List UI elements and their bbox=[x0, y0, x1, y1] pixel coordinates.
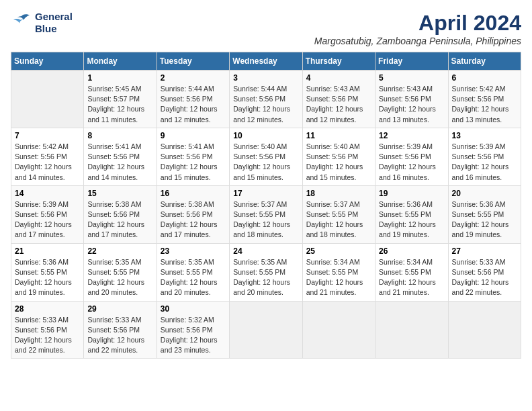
day-info: Sunrise: 5:43 AM Sunset: 5:56 PM Dayligh… bbox=[306, 84, 371, 125]
day-number: 25 bbox=[306, 246, 371, 256]
day-number: 1 bbox=[87, 73, 152, 83]
day-number: 15 bbox=[87, 189, 152, 198]
day-number: 12 bbox=[379, 131, 444, 140]
day-number: 3 bbox=[233, 73, 298, 83]
day-info: Sunrise: 5:35 AM Sunset: 5:55 PM Dayligh… bbox=[233, 257, 298, 298]
calendar-cell: 17Sunrise: 5:37 AM Sunset: 5:55 PM Dayli… bbox=[230, 185, 302, 243]
day-header-sunday: Sunday bbox=[11, 52, 84, 71]
calendar-cell: 15Sunrise: 5:38 AM Sunset: 5:56 PM Dayli… bbox=[84, 185, 157, 243]
day-number: 9 bbox=[161, 131, 226, 140]
calendar-cell: 7Sunrise: 5:42 AM Sunset: 5:56 PM Daylig… bbox=[11, 128, 84, 185]
day-header-saturday: Saturday bbox=[448, 52, 521, 71]
calendar-cell: 2Sunrise: 5:44 AM Sunset: 5:56 PM Daylig… bbox=[157, 71, 229, 128]
day-info: Sunrise: 5:42 AM Sunset: 5:56 PM Dayligh… bbox=[15, 142, 80, 183]
day-info: Sunrise: 5:40 AM Sunset: 5:56 PM Dayligh… bbox=[233, 142, 298, 183]
day-number: 4 bbox=[306, 73, 371, 83]
calendar-cell: 29Sunrise: 5:33 AM Sunset: 5:56 PM Dayli… bbox=[84, 301, 157, 359]
week-row-5: 28Sunrise: 5:33 AM Sunset: 5:56 PM Dayli… bbox=[11, 301, 521, 359]
calendar-cell: 19Sunrise: 5:36 AM Sunset: 5:55 PM Dayli… bbox=[375, 185, 448, 243]
page-subtitle: Margosatubig, Zamboanga Peninsula, Phili… bbox=[314, 36, 521, 46]
calendar-cell: 10Sunrise: 5:40 AM Sunset: 5:56 PM Dayli… bbox=[230, 128, 302, 185]
day-info: Sunrise: 5:38 AM Sunset: 5:56 PM Dayligh… bbox=[161, 199, 226, 240]
day-info: Sunrise: 5:34 AM Sunset: 5:55 PM Dayligh… bbox=[306, 257, 371, 298]
day-header-wednesday: Wednesday bbox=[230, 52, 302, 71]
day-number: 10 bbox=[233, 131, 298, 140]
day-info: Sunrise: 5:35 AM Sunset: 5:55 PM Dayligh… bbox=[161, 257, 226, 298]
day-number: 24 bbox=[233, 246, 298, 256]
day-number: 7 bbox=[15, 131, 80, 140]
calendar-cell: 1Sunrise: 5:45 AM Sunset: 5:57 PM Daylig… bbox=[84, 71, 157, 128]
logo-icon bbox=[11, 13, 32, 32]
day-number: 30 bbox=[161, 304, 226, 314]
calendar-cell: 28Sunrise: 5:33 AM Sunset: 5:56 PM Dayli… bbox=[11, 301, 84, 359]
day-info: Sunrise: 5:40 AM Sunset: 5:56 PM Dayligh… bbox=[306, 142, 371, 183]
day-number: 18 bbox=[306, 189, 371, 198]
week-row-2: 7Sunrise: 5:42 AM Sunset: 5:56 PM Daylig… bbox=[11, 128, 521, 185]
day-number: 16 bbox=[161, 189, 226, 198]
calendar-cell: 11Sunrise: 5:40 AM Sunset: 5:56 PM Dayli… bbox=[302, 128, 375, 185]
day-number: 14 bbox=[15, 189, 80, 198]
title-block: April 2024 Margosatubig, Zamboanga Penin… bbox=[314, 11, 521, 46]
calendar-cell: 5Sunrise: 5:43 AM Sunset: 5:56 PM Daylig… bbox=[375, 71, 448, 128]
calendar-cell: 23Sunrise: 5:35 AM Sunset: 5:55 PM Dayli… bbox=[157, 243, 229, 301]
day-info: Sunrise: 5:44 AM Sunset: 5:56 PM Dayligh… bbox=[233, 84, 298, 125]
day-number: 29 bbox=[87, 304, 152, 314]
day-info: Sunrise: 5:43 AM Sunset: 5:56 PM Dayligh… bbox=[379, 84, 444, 125]
day-info: Sunrise: 5:45 AM Sunset: 5:57 PM Dayligh… bbox=[87, 84, 152, 125]
day-info: Sunrise: 5:32 AM Sunset: 5:56 PM Dayligh… bbox=[161, 315, 226, 356]
day-info: Sunrise: 5:34 AM Sunset: 5:55 PM Dayligh… bbox=[379, 257, 444, 298]
calendar-cell: 3Sunrise: 5:44 AM Sunset: 5:56 PM Daylig… bbox=[230, 71, 302, 128]
calendar-cell: 24Sunrise: 5:35 AM Sunset: 5:55 PM Dayli… bbox=[230, 243, 302, 301]
calendar-cell: 14Sunrise: 5:39 AM Sunset: 5:56 PM Dayli… bbox=[11, 185, 84, 243]
day-header-tuesday: Tuesday bbox=[157, 52, 229, 71]
day-number: 13 bbox=[452, 131, 517, 140]
calendar-cell bbox=[11, 71, 84, 128]
calendar-cell: 16Sunrise: 5:38 AM Sunset: 5:56 PM Dayli… bbox=[157, 185, 229, 243]
calendar-cell: 22Sunrise: 5:35 AM Sunset: 5:55 PM Dayli… bbox=[84, 243, 157, 301]
day-info: Sunrise: 5:39 AM Sunset: 5:56 PM Dayligh… bbox=[452, 142, 517, 183]
calendar-cell: 25Sunrise: 5:34 AM Sunset: 5:55 PM Dayli… bbox=[302, 243, 375, 301]
day-info: Sunrise: 5:39 AM Sunset: 5:56 PM Dayligh… bbox=[379, 142, 444, 183]
day-info: Sunrise: 5:42 AM Sunset: 5:56 PM Dayligh… bbox=[452, 84, 517, 125]
calendar-cell: 26Sunrise: 5:34 AM Sunset: 5:55 PM Dayli… bbox=[375, 243, 448, 301]
day-number: 28 bbox=[15, 304, 80, 314]
day-number: 27 bbox=[452, 246, 517, 256]
day-info: Sunrise: 5:41 AM Sunset: 5:56 PM Dayligh… bbox=[161, 142, 226, 183]
day-info: Sunrise: 5:37 AM Sunset: 5:55 PM Dayligh… bbox=[233, 199, 298, 240]
day-number: 8 bbox=[87, 131, 152, 140]
calendar-cell: 21Sunrise: 5:36 AM Sunset: 5:55 PM Dayli… bbox=[11, 243, 84, 301]
day-info: Sunrise: 5:37 AM Sunset: 5:55 PM Dayligh… bbox=[306, 199, 371, 240]
calendar-cell: 8Sunrise: 5:41 AM Sunset: 5:56 PM Daylig… bbox=[84, 128, 157, 185]
calendar-cell: 27Sunrise: 5:33 AM Sunset: 5:56 PM Dayli… bbox=[448, 243, 521, 301]
day-info: Sunrise: 5:36 AM Sunset: 5:55 PM Dayligh… bbox=[15, 257, 80, 298]
day-number: 19 bbox=[379, 189, 444, 198]
week-row-4: 21Sunrise: 5:36 AM Sunset: 5:55 PM Dayli… bbox=[11, 243, 521, 301]
day-info: Sunrise: 5:41 AM Sunset: 5:56 PM Dayligh… bbox=[87, 142, 152, 183]
day-number: 21 bbox=[15, 246, 80, 256]
logo: General Blue bbox=[11, 11, 73, 35]
calendar-table: SundayMondayTuesdayWednesdayThursdayFrid… bbox=[11, 52, 521, 359]
day-number: 22 bbox=[87, 246, 152, 256]
header: General Blue April 2024 Margosatubig, Za… bbox=[11, 11, 521, 46]
calendar-cell bbox=[302, 301, 375, 359]
day-header-friday: Friday bbox=[375, 52, 448, 71]
day-info: Sunrise: 5:36 AM Sunset: 5:55 PM Dayligh… bbox=[379, 199, 444, 240]
day-header-thursday: Thursday bbox=[302, 52, 375, 71]
calendar-cell bbox=[230, 301, 302, 359]
day-info: Sunrise: 5:39 AM Sunset: 5:56 PM Dayligh… bbox=[15, 199, 80, 240]
calendar-cell bbox=[448, 301, 521, 359]
day-number: 6 bbox=[452, 73, 517, 83]
days-header-row: SundayMondayTuesdayWednesdayThursdayFrid… bbox=[11, 52, 521, 71]
calendar-cell: 9Sunrise: 5:41 AM Sunset: 5:56 PM Daylig… bbox=[157, 128, 229, 185]
week-row-1: 1Sunrise: 5:45 AM Sunset: 5:57 PM Daylig… bbox=[11, 71, 521, 128]
day-number: 5 bbox=[379, 73, 444, 83]
day-info: Sunrise: 5:35 AM Sunset: 5:55 PM Dayligh… bbox=[87, 257, 152, 298]
calendar-cell bbox=[375, 301, 448, 359]
calendar-cell: 6Sunrise: 5:42 AM Sunset: 5:56 PM Daylig… bbox=[448, 71, 521, 128]
day-number: 26 bbox=[379, 246, 444, 256]
day-number: 23 bbox=[161, 246, 226, 256]
week-row-3: 14Sunrise: 5:39 AM Sunset: 5:56 PM Dayli… bbox=[11, 185, 521, 243]
calendar-cell: 20Sunrise: 5:36 AM Sunset: 5:55 PM Dayli… bbox=[448, 185, 521, 243]
day-info: Sunrise: 5:44 AM Sunset: 5:56 PM Dayligh… bbox=[161, 84, 226, 125]
day-number: 20 bbox=[452, 189, 517, 198]
